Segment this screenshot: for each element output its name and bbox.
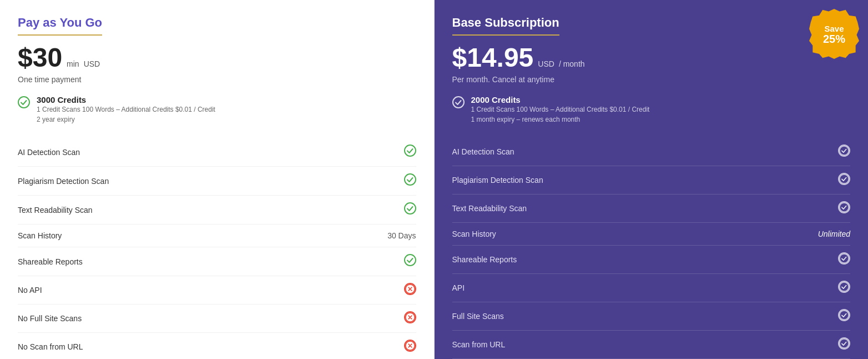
left-feature-value: [404, 283, 416, 297]
right-feature-label: Full Site Scans: [452, 312, 504, 321]
right-price-note: Per month. Cancel at anytime: [452, 75, 851, 84]
svg-point-14: [840, 203, 849, 212]
left-feature-row: No API: [18, 276, 416, 305]
right-price-row: $14.95 USD / month: [452, 42, 851, 73]
right-feature-value: [838, 309, 850, 323]
check-icon: [404, 256, 416, 268]
svg-point-2: [405, 174, 416, 185]
svg-point-1: [405, 145, 416, 156]
left-feature-row: Scan History30 Days: [18, 225, 416, 247]
left-price: $30: [18, 42, 62, 73]
right-feature-row: AI Detection Scan: [452, 138, 851, 166]
check-icon: [838, 281, 850, 293]
right-feature-label: AI Detection Scan: [452, 147, 514, 156]
svg-point-17: [840, 311, 849, 320]
left-feature-value: [404, 311, 416, 326]
left-feature-label: Text Readability Scan: [18, 206, 93, 215]
right-credits-check-icon: [452, 96, 465, 112]
x-icon: [404, 340, 416, 352]
left-feature-label: No Full Site Scans: [18, 314, 82, 323]
left-feature-label: No Scan from URL: [18, 342, 83, 351]
left-price-currency: USD: [84, 59, 100, 68]
right-feature-row: Scan HistoryUnlimited: [452, 223, 851, 246]
left-feature-value: 30 Days: [387, 231, 416, 240]
svg-point-0: [18, 97, 29, 108]
x-icon: [404, 283, 416, 295]
left-feature-row: Plagiarism Detection Scan: [18, 167, 416, 196]
svg-point-13: [840, 174, 849, 183]
right-feature-row: Full Site Scans: [452, 302, 851, 331]
left-feature-label: Shareable Reports: [18, 257, 83, 266]
check-icon: [838, 173, 850, 185]
right-feature-value: [838, 252, 850, 267]
right-feature-label: Scan History: [452, 230, 496, 238]
right-feature-value: [838, 281, 850, 295]
left-price-row: $30 min USD: [18, 42, 416, 73]
left-price-note: One time payment: [18, 75, 416, 84]
right-feature-value: [838, 144, 850, 159]
left-feature-row: Text Readability Scan: [18, 196, 416, 225]
left-feature-value: [404, 144, 416, 159]
right-price-currency: USD: [538, 59, 554, 68]
left-feature-row: Shareable Reports: [18, 247, 416, 276]
left-credits-detail1: 1 Credit Scans 100 Words – Additional Cr…: [37, 104, 215, 114]
right-feature-row: API: [452, 274, 851, 302]
svg-point-18: [840, 339, 849, 348]
check-icon: [838, 201, 850, 213]
left-feature-row: No Scan from URL: [18, 333, 416, 359]
save-badge-pct: 25%: [823, 33, 845, 44]
right-feature-value: [838, 337, 850, 352]
svg-point-3: [405, 203, 416, 214]
check-icon: [838, 309, 850, 321]
x-icon: [404, 311, 416, 323]
left-feature-value: [404, 340, 416, 354]
right-feature-value: Unlimited: [818, 230, 850, 238]
save-badge-text: Save: [824, 24, 844, 33]
svg-point-4: [405, 255, 416, 266]
right-price-period: / month: [559, 59, 585, 68]
svg-point-16: [840, 282, 849, 291]
left-feature-label: AI Detection Scan: [18, 148, 80, 157]
svg-point-15: [840, 254, 849, 263]
check-icon: [404, 176, 416, 188]
left-feature-value: [404, 254, 416, 269]
check-icon: [838, 337, 850, 350]
right-credits-amount: 2000 Credits: [471, 95, 650, 104]
right-credits-block: 2000 Credits 1 Credit Scans 100 Words – …: [452, 95, 851, 124]
right-feature-row: Plagiarism Detection Scan: [452, 166, 851, 195]
left-plan-title: Pay as You Go: [18, 16, 102, 36]
svg-point-12: [840, 146, 849, 155]
left-credits-detail2: 2 year expiry: [37, 114, 215, 124]
right-features-list: AI Detection Scan Plagiarism Detection S…: [452, 138, 851, 359]
right-plan-title: Base Subscription: [452, 16, 559, 36]
right-credits-detail1: 1 Credit Scans 100 Words – Additional Cr…: [471, 104, 650, 114]
left-feature-row: AI Detection Scan: [18, 138, 416, 167]
right-feature-row: Shareable Reports: [452, 246, 851, 274]
save-badge: Save 25%: [809, 9, 859, 59]
right-feature-value: [838, 201, 850, 216]
left-feature-label: No API: [18, 286, 42, 295]
right-credits-detail2: 1 month expiry – renews each month: [471, 114, 650, 124]
left-credits-amount: 3000 Credits: [37, 95, 215, 104]
left-features-list: AI Detection Scan Plagiarism Detection S…: [18, 138, 416, 359]
right-feature-label: API: [452, 283, 465, 292]
left-credits-check-icon: [18, 96, 30, 112]
right-feature-label: Scan from URL: [452, 340, 506, 349]
check-icon: [404, 205, 416, 217]
right-feature-row: Scan from URL: [452, 331, 851, 359]
left-feature-row: No Full Site Scans: [18, 305, 416, 333]
right-feature-value: [838, 173, 850, 187]
left-feature-label: Plagiarism Detection Scan: [18, 177, 109, 186]
left-feature-label: Scan History: [18, 231, 62, 240]
svg-point-11: [453, 97, 464, 108]
right-price: $14.95: [452, 42, 534, 73]
right-feature-label: Plagiarism Detection Scan: [452, 176, 543, 185]
left-feature-value: [404, 173, 416, 188]
left-panel: Pay as You Go $30 min USD One time payme…: [0, 0, 435, 359]
left-credits-block: 3000 Credits 1 Credit Scans 100 Words – …: [18, 95, 416, 124]
check-icon: [838, 252, 850, 265]
right-feature-label: Shareable Reports: [452, 255, 517, 264]
check-icon: [838, 144, 850, 157]
right-panel: Save 25% Base Subscription $14.95 USD / …: [435, 0, 869, 359]
right-feature-label: Text Readability Scan: [452, 204, 527, 213]
